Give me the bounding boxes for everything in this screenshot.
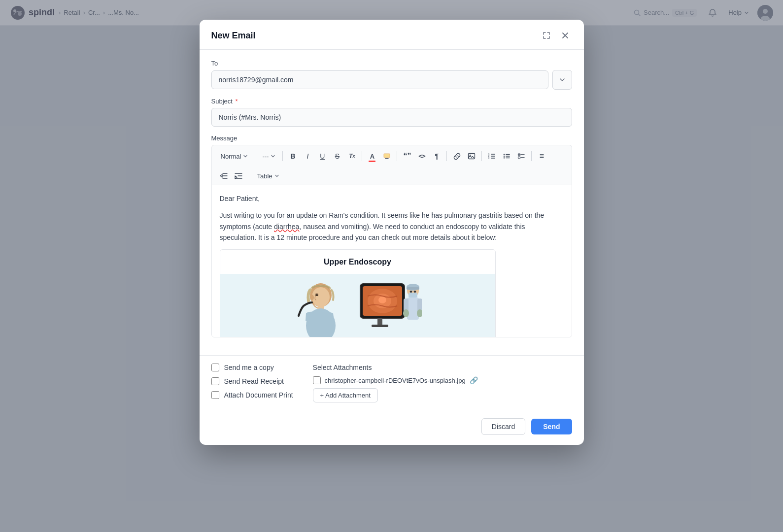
email-compose-modal: New Email To bbox=[200, 20, 584, 445]
patient-illustration bbox=[294, 281, 348, 337]
read-receipt-checkbox[interactable] bbox=[211, 377, 219, 385]
indent-button[interactable] bbox=[232, 169, 245, 183]
style-select-chevron-icon bbox=[243, 154, 248, 159]
svg-rect-33 bbox=[407, 287, 419, 290]
svg-point-9 bbox=[470, 155, 471, 156]
link-icon bbox=[453, 153, 461, 160]
checkboxes-column: Send me a copy Send Read Receipt Attach … bbox=[211, 364, 293, 402]
expand-button[interactable] bbox=[540, 29, 553, 42]
svg-point-40 bbox=[409, 291, 412, 293]
modal-header-actions bbox=[540, 29, 572, 42]
send-copy-row: Send me a copy bbox=[211, 364, 293, 371]
svg-point-13 bbox=[504, 154, 505, 155]
attach-print-label[interactable]: Attach Document Print bbox=[224, 391, 293, 399]
table-label: Table bbox=[257, 172, 272, 180]
font-color-icon: A bbox=[370, 153, 374, 160]
send-button[interactable]: Send bbox=[531, 419, 572, 434]
clear-format-button[interactable]: Tx bbox=[345, 149, 359, 163]
svg-point-28 bbox=[378, 297, 386, 303]
svg-point-14 bbox=[504, 156, 505, 157]
svg-rect-17 bbox=[518, 157, 520, 159]
message-content-area[interactable]: Dear Patient, Just writing to you for an… bbox=[211, 185, 572, 337]
toolbar-divider-4 bbox=[397, 151, 397, 161]
paragraph-button[interactable]: ¶ bbox=[430, 149, 443, 163]
send-copy-checkbox[interactable] bbox=[211, 364, 219, 371]
toolbar-row2: Table bbox=[211, 167, 572, 185]
svg-point-41 bbox=[413, 291, 416, 293]
underline-button[interactable]: U bbox=[315, 149, 329, 163]
link-button[interactable] bbox=[450, 149, 464, 163]
attachments-column: Select Attachments christopher-campbell-… bbox=[313, 364, 572, 402]
read-receipt-row: Send Read Receipt bbox=[211, 377, 293, 385]
subject-input[interactable] bbox=[211, 108, 572, 127]
svg-rect-35 bbox=[407, 298, 419, 320]
to-input[interactable] bbox=[211, 70, 548, 89]
message-field: Message Normal --- bbox=[211, 134, 572, 337]
modal-actions: Discard Send bbox=[200, 410, 584, 445]
image-button[interactable] bbox=[465, 149, 478, 163]
font-color-button[interactable]: A bbox=[365, 149, 379, 163]
add-attachment-label: + Add Attachment bbox=[320, 392, 371, 399]
close-icon bbox=[561, 32, 569, 39]
attachment-link-icon: 🔗 bbox=[470, 376, 478, 384]
svg-point-19 bbox=[312, 287, 330, 307]
ordered-list-button[interactable]: 1 2 3 bbox=[485, 149, 499, 163]
table-select[interactable]: Table bbox=[253, 170, 283, 182]
read-receipt-label[interactable]: Send Read Receipt bbox=[224, 377, 284, 385]
bold-button[interactable]: B bbox=[286, 149, 300, 163]
embedded-image-body bbox=[220, 274, 495, 337]
ordered-list-icon: 1 2 3 bbox=[488, 152, 496, 160]
modal-title: New Email bbox=[211, 31, 256, 41]
subject-field: Subject * bbox=[211, 98, 572, 127]
send-copy-label[interactable]: Send me a copy bbox=[224, 364, 274, 371]
svg-rect-30 bbox=[372, 325, 388, 327]
strikethrough-button[interactable]: S bbox=[330, 149, 344, 163]
discard-button[interactable]: Discard bbox=[481, 418, 525, 435]
svg-text:3: 3 bbox=[488, 157, 490, 159]
blockquote-button[interactable]: “” bbox=[400, 149, 414, 163]
to-dropdown-button[interactable] bbox=[552, 70, 572, 90]
embedded-image-card: Upper Endoscopy bbox=[220, 249, 496, 337]
svg-point-20 bbox=[310, 295, 314, 300]
unordered-list-icon bbox=[503, 152, 511, 160]
indent-icon bbox=[235, 172, 242, 179]
attachment-checkbox[interactable] bbox=[313, 376, 321, 384]
greeting-paragraph: Dear Patient, bbox=[220, 193, 564, 204]
code-button[interactable]: <> bbox=[415, 149, 429, 163]
highlight-icon bbox=[383, 152, 391, 160]
separator-select[interactable]: --- bbox=[258, 151, 279, 162]
misspelled-word: diarrhea bbox=[274, 223, 299, 231]
style-select[interactable]: Normal bbox=[217, 151, 252, 162]
add-attachment-button[interactable]: + Add Attachment bbox=[313, 388, 378, 402]
modal-overlay: New Email To bbox=[0, 0, 783, 532]
attachments-label: Select Attachments bbox=[313, 364, 572, 371]
unordered-list-button[interactable] bbox=[500, 149, 513, 163]
highlight-button[interactable] bbox=[380, 149, 394, 163]
attachment-filename[interactable]: christopher-campbell-rDEOVtE7vOs-unsplas… bbox=[325, 377, 466, 384]
embedded-image-title: Upper Endoscopy bbox=[220, 250, 495, 274]
svg-point-38 bbox=[403, 309, 409, 317]
toolbar-divider-6 bbox=[481, 151, 482, 161]
modal-body: To Subject * bbox=[200, 50, 584, 355]
toolbar-divider-2 bbox=[282, 151, 283, 161]
svg-rect-29 bbox=[377, 318, 382, 325]
close-button[interactable] bbox=[558, 29, 572, 42]
task-list-button[interactable] bbox=[514, 149, 528, 163]
svg-rect-7 bbox=[384, 154, 390, 158]
endoscopy-monitor-illustration bbox=[358, 281, 422, 337]
toolbar-divider-7 bbox=[531, 151, 532, 161]
svg-point-23 bbox=[315, 294, 318, 296]
style-select-value: Normal bbox=[221, 153, 241, 160]
modal-header: New Email bbox=[200, 20, 584, 50]
align-button[interactable]: ≡ bbox=[535, 149, 548, 163]
italic-button[interactable]: I bbox=[301, 149, 314, 163]
attach-print-checkbox[interactable] bbox=[211, 391, 219, 399]
to-label: To bbox=[211, 60, 572, 67]
modal-footer: Send me a copy Send Read Receipt Attach … bbox=[200, 355, 584, 410]
separator-chevron-icon bbox=[271, 154, 275, 159]
subject-label: Subject * bbox=[211, 98, 572, 105]
svg-rect-34 bbox=[409, 293, 417, 298]
outdent-button[interactable] bbox=[217, 169, 231, 183]
task-list-icon bbox=[517, 152, 525, 160]
chevron-down-icon bbox=[559, 76, 566, 83]
